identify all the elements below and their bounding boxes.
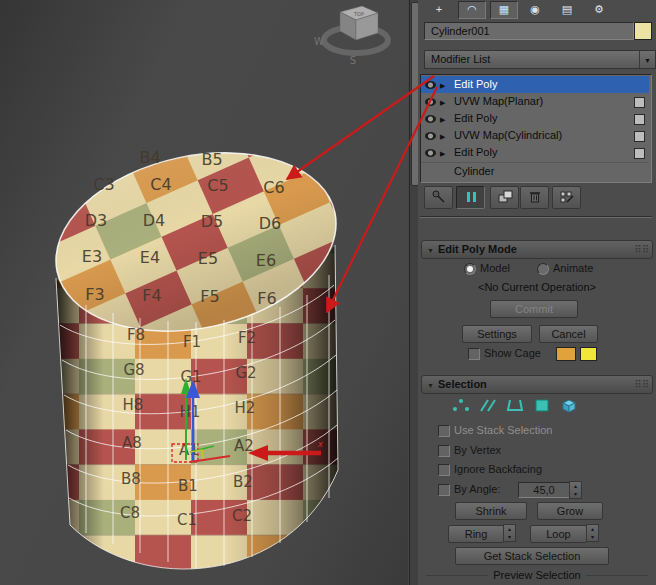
modifier-toggle[interactable] bbox=[634, 97, 645, 108]
visibility-icon[interactable] bbox=[425, 115, 436, 123]
model-radio[interactable] bbox=[464, 263, 476, 275]
svg-text:F2: F2 bbox=[238, 329, 256, 347]
modifier-toggle[interactable] bbox=[634, 148, 645, 159]
show-end-result-button[interactable] bbox=[456, 186, 485, 209]
rollout-title: Selection bbox=[438, 378, 487, 390]
svg-text:A8: A8 bbox=[122, 434, 142, 452]
commit-button[interactable]: Commit bbox=[490, 300, 578, 318]
loop-button[interactable]: Loop bbox=[530, 525, 587, 543]
modifier-label: UVW Map(Cylindrical) bbox=[454, 127, 562, 144]
grip-icon bbox=[634, 376, 649, 393]
expand-icon[interactable] bbox=[440, 93, 450, 111]
border-subobject-button[interactable] bbox=[504, 397, 526, 416]
by-vertex-label: By Vertex bbox=[454, 444, 501, 456]
get-stack-selection-button[interactable]: Get Stack Selection bbox=[455, 547, 609, 565]
visibility-icon[interactable] bbox=[425, 149, 436, 157]
by-angle-label: By Angle: bbox=[454, 483, 500, 495]
by-vertex-checkbox[interactable] bbox=[438, 445, 450, 457]
settings-button[interactable]: Settings bbox=[462, 325, 532, 343]
polygon-subobject-button[interactable] bbox=[531, 397, 553, 416]
visibility-icon[interactable] bbox=[425, 98, 436, 106]
svg-text:D4: D4 bbox=[143, 211, 166, 230]
panel-scrollbar[interactable] bbox=[409, 0, 418, 585]
hierarchy-icon: ▦ bbox=[499, 3, 509, 15]
create-tab[interactable]: + bbox=[426, 1, 452, 17]
svg-text:D6: D6 bbox=[259, 214, 282, 233]
by-angle-checkbox[interactable] bbox=[438, 484, 450, 496]
svg-text:H2: H2 bbox=[235, 399, 256, 417]
motion-tab[interactable]: ◉ bbox=[522, 1, 548, 17]
modifier-label: Edit Poly bbox=[454, 110, 497, 127]
svg-text:H8: H8 bbox=[123, 396, 144, 414]
grow-button[interactable]: Grow bbox=[537, 502, 603, 520]
shrink-button[interactable]: Shrink bbox=[455, 502, 527, 520]
rollout-collapse-icon[interactable] bbox=[422, 378, 438, 390]
configure-modifier-sets-button[interactable] bbox=[552, 186, 581, 209]
stack-item-uvw-cylindrical[interactable]: UVW Map(Cylindrical) bbox=[421, 127, 649, 144]
viewcube[interactable]: TOP W S bbox=[314, 6, 388, 66]
object-name-field[interactable]: Cylinder001 bbox=[424, 22, 634, 40]
cage-color-swatch-1[interactable] bbox=[556, 347, 576, 361]
element-icon bbox=[558, 397, 580, 414]
cage-color-swatch-2[interactable] bbox=[580, 347, 597, 361]
edge-subobject-button[interactable] bbox=[477, 397, 499, 416]
display-tab[interactable]: ▤ bbox=[554, 1, 580, 17]
expand-icon[interactable] bbox=[440, 127, 450, 145]
show-cage-checkbox[interactable] bbox=[468, 348, 480, 360]
svg-text:C1: C1 bbox=[177, 511, 197, 529]
make-unique-button[interactable] bbox=[490, 186, 519, 209]
expand-icon[interactable] bbox=[440, 144, 450, 162]
trash-icon bbox=[526, 189, 544, 205]
vertex-subobject-button[interactable] bbox=[450, 397, 472, 416]
cancel-button[interactable]: Cancel bbox=[539, 325, 598, 343]
modifier-toggle[interactable] bbox=[634, 114, 645, 125]
pin-stack-button[interactable] bbox=[424, 186, 453, 209]
grip-icon bbox=[634, 241, 649, 258]
3dsmax-window: { "viewport": { "viewcube": { "west_labe… bbox=[0, 0, 656, 585]
visibility-icon[interactable] bbox=[425, 81, 436, 89]
expand-icon[interactable] bbox=[440, 110, 450, 128]
divider bbox=[420, 216, 652, 218]
motion-icon: ◉ bbox=[530, 3, 540, 15]
svg-text:A2: A2 bbox=[234, 437, 254, 455]
remove-modifier-button[interactable] bbox=[520, 186, 549, 209]
modifier-list-dropdown[interactable]: Modifier List bbox=[424, 50, 656, 69]
modifier-label: Edit Poly bbox=[454, 144, 497, 161]
angle-value-field[interactable]: 45,0 bbox=[518, 482, 570, 498]
stack-item-edit-poly-3[interactable]: Edit Poly bbox=[421, 144, 649, 161]
hierarchy-tab[interactable]: ▦ bbox=[490, 1, 518, 19]
preview-selection-label: Preview Selection bbox=[418, 569, 656, 581]
ignore-backfacing-label: Ignore Backfacing bbox=[454, 463, 542, 475]
visibility-icon[interactable] bbox=[425, 132, 436, 140]
modify-tab[interactable]: ◠ bbox=[458, 1, 486, 19]
object-color-swatch[interactable] bbox=[634, 22, 652, 40]
svg-text:F1: F1 bbox=[183, 333, 201, 351]
ignore-backfacing-checkbox[interactable] bbox=[438, 464, 450, 476]
chevron-down-icon[interactable] bbox=[639, 51, 655, 68]
svg-text:C4: C4 bbox=[150, 175, 171, 194]
svg-text:E5: E5 bbox=[198, 249, 218, 268]
perspective-viewport[interactable]: B4 B5 C3 C4 C5 C6 D3 D4 D5 D6 E3 E4 E5 E… bbox=[0, 0, 408, 585]
stack-item-edit-poly-2[interactable]: Edit Poly bbox=[421, 110, 649, 127]
ring-button[interactable]: Ring bbox=[448, 525, 504, 543]
stack-item-cylinder[interactable]: Cylinder bbox=[421, 162, 649, 180]
rollout-collapse-icon[interactable] bbox=[422, 243, 438, 255]
selection-rollout-header[interactable]: Selection bbox=[421, 375, 653, 394]
viewcube-top-label: TOP bbox=[353, 11, 364, 17]
ring-spinner[interactable] bbox=[503, 524, 516, 542]
expand-icon[interactable] bbox=[440, 76, 450, 94]
border-icon bbox=[504, 397, 526, 414]
use-stack-selection-checkbox[interactable] bbox=[438, 425, 450, 437]
angle-spinner[interactable] bbox=[569, 481, 582, 499]
edit-poly-mode-rollout-header[interactable]: Edit Poly Mode bbox=[421, 240, 653, 259]
svg-text:F8: F8 bbox=[127, 326, 145, 344]
animate-radio[interactable] bbox=[537, 263, 549, 275]
stack-item-edit-poly[interactable]: Edit Poly bbox=[421, 76, 649, 93]
loop-spinner[interactable] bbox=[586, 524, 599, 542]
configure-sets-icon bbox=[558, 189, 576, 205]
utilities-tab[interactable]: ⚙ bbox=[586, 1, 612, 17]
element-subobject-button[interactable] bbox=[558, 397, 580, 416]
modifier-toggle[interactable] bbox=[634, 131, 645, 142]
svg-text:C3: C3 bbox=[93, 175, 114, 194]
stack-item-uvw-planar[interactable]: UVW Map(Planar) bbox=[421, 93, 649, 110]
